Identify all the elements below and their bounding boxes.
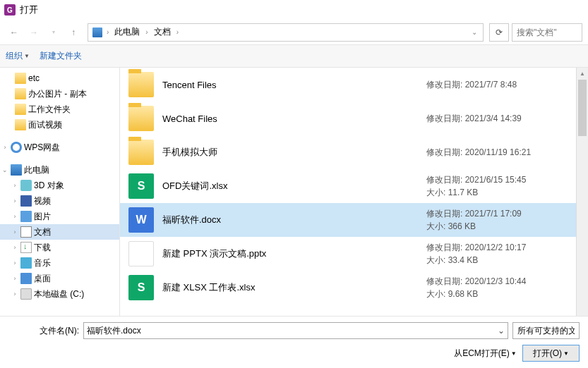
file-name: 新建 XLSX 工作表.xlsx (162, 281, 418, 294)
scrollbar[interactable]: ▲ (576, 68, 588, 316)
download-icon (20, 242, 32, 253)
folder-icon (128, 106, 154, 131)
doc-icon (20, 226, 32, 238)
wps-icon (11, 142, 22, 153)
tree-item-interview[interactable]: 面试视频 (0, 117, 119, 133)
address-bar[interactable]: › 此电脑 › 文档 › ⌄ (88, 23, 484, 42)
window-title: 打开 (20, 4, 38, 16)
filename-combo[interactable]: ⌄ (83, 322, 508, 339)
pc-icon (92, 27, 102, 37)
pic-icon (20, 211, 32, 222)
scroll-up-button[interactable]: ▲ (577, 68, 588, 80)
file-meta: 修改日期: 2020/11/19 16:21 (426, 146, 568, 159)
file-name: 手机模拟大师 (162, 146, 418, 159)
file-meta: 修改日期: 2021/3/4 14:39 (426, 112, 568, 125)
scroll-thumb[interactable] (578, 80, 587, 136)
recent-button[interactable]: ▾ (45, 24, 62, 41)
pc-icon (11, 164, 22, 176)
app-icon: G (4, 4, 16, 16)
up-button[interactable]: ↑ (65, 24, 82, 41)
folder-icon (128, 72, 154, 97)
navbar: ← → ▾ ↑ › 此电脑 › 文档 › ⌄ ⟳ (0, 20, 588, 45)
tree-item-documents[interactable]: ›文档 (0, 224, 119, 240)
tree-item-pics[interactable]: 办公图片 - 副本 (0, 86, 119, 102)
file-type-filter[interactable]: 所有可支持的文件 (512, 322, 580, 339)
ecm-open-button[interactable]: 从ECM打开(E) ▼ (454, 348, 517, 360)
tree-item-video[interactable]: ›视频 (0, 193, 119, 209)
footer: 文件名(N): ⌄ 所有可支持的文件 从ECM打开(E) ▼ 打开(O) ▼ (0, 316, 588, 367)
sheet-icon: S (128, 275, 154, 300)
file-name: WeChat Files (162, 114, 418, 124)
desktop-icon (20, 273, 32, 284)
file-row[interactable]: S新建 XLSX 工作表.xlsx修改日期: 2020/12/3 10:44大小… (120, 271, 576, 305)
tree-item-wps[interactable]: ›WPS网盘 (0, 140, 119, 155)
breadcrumb-docs[interactable]: 文档 (152, 26, 172, 38)
file-list: Tencent Files修改日期: 2021/7/7 8:48WeChat F… (120, 68, 576, 316)
file-meta: 修改日期: 2021/6/15 15:45大小: 11.7 KB (426, 173, 568, 199)
sheet-icon: S (128, 173, 154, 199)
tree-item-diskc[interactable]: ›本地磁盘 (C:) (0, 286, 119, 302)
chevron-down-icon[interactable]: ⌄ (495, 326, 508, 336)
main-area: etc 办公图片 - 副本 工作文件夹 面试视频 ›WPS网盘 ⌄此电脑 ›3D… (0, 68, 588, 316)
filename-label: 文件名(N): (8, 325, 79, 337)
tree-item-work[interactable]: 工作文件夹 (0, 102, 119, 117)
folder-icon (15, 73, 26, 84)
search-box[interactable] (512, 23, 582, 42)
file-row[interactable]: 新建 PPTX 演示文稿.pptx修改日期: 2020/12/2 10:17大小… (120, 237, 576, 271)
search-input[interactable] (517, 27, 577, 37)
tree-item-thispc[interactable]: ⌄此电脑 (0, 162, 119, 178)
music-icon (20, 257, 32, 269)
pptx-icon (128, 241, 154, 266)
forward-button[interactable]: → (25, 24, 42, 41)
open-button[interactable]: 打开(O) ▼ (522, 345, 580, 362)
chevron-right-icon: › (175, 28, 180, 36)
tree-item-desktop[interactable]: ›桌面 (0, 271, 119, 286)
folder-icon (15, 104, 26, 115)
file-meta: 修改日期: 2021/7/1 17:09大小: 366 KB (426, 207, 568, 233)
new-folder-button[interactable]: 新建文件夹 (40, 50, 82, 62)
file-row[interactable]: W福昕软件.docx修改日期: 2021/7/1 17:09大小: 366 KB (120, 203, 576, 237)
file-meta: 修改日期: 2020/12/2 10:17大小: 33.4 KB (426, 241, 568, 266)
video-icon (20, 195, 32, 207)
file-meta: 修改日期: 2021/7/7 8:48 (426, 78, 568, 91)
file-row[interactable]: SOFD关键词.xlsx修改日期: 2021/6/15 15:45大小: 11.… (120, 169, 576, 203)
tree-item-pictures[interactable]: ›图片 (0, 209, 119, 224)
refresh-button[interactable]: ⟳ (489, 23, 509, 42)
tree-item-downloads[interactable]: ›下载 (0, 240, 119, 255)
folder-icon (15, 88, 26, 99)
file-row[interactable]: WeChat Files修改日期: 2021/3/4 14:39 (120, 102, 576, 135)
filename-input[interactable] (84, 326, 495, 336)
toolbar: 组织 ▼ 新建文件夹 (0, 45, 588, 68)
file-row[interactable]: 手机模拟大师修改日期: 2020/11/19 16:21 (120, 135, 576, 169)
tree-item-3d[interactable]: ›3D 对象 (0, 178, 119, 193)
chevron-right-icon: › (105, 28, 110, 36)
file-row[interactable]: Tencent Files修改日期: 2021/7/7 8:48 (120, 68, 576, 102)
organize-menu[interactable]: 组织 ▼ (6, 50, 30, 62)
file-name: 福昕软件.docx (162, 214, 418, 226)
file-name: Tencent Files (162, 80, 418, 90)
breadcrumb-thispc[interactable]: 此电脑 (113, 26, 141, 38)
tree-item-music[interactable]: ›音乐 (0, 255, 119, 271)
tree-item-etc[interactable]: etc (0, 70, 119, 86)
chevron-down-icon[interactable]: ⌄ (470, 28, 479, 36)
chevron-right-icon: › (144, 28, 149, 36)
file-name: 新建 PPTX 演示文稿.pptx (162, 247, 418, 260)
folder-icon (128, 140, 154, 165)
back-button[interactable]: ← (6, 24, 23, 41)
titlebar: G 打开 (0, 0, 588, 20)
cube-icon (20, 180, 32, 191)
folder-icon (15, 119, 26, 130)
file-name: OFD关键词.xlsx (162, 180, 418, 192)
file-meta: 修改日期: 2020/12/3 10:44大小: 9.68 KB (426, 275, 568, 300)
disk-icon (20, 288, 32, 300)
sidebar: etc 办公图片 - 副本 工作文件夹 面试视频 ›WPS网盘 ⌄此电脑 ›3D… (0, 68, 120, 316)
docx-icon: W (128, 207, 154, 233)
